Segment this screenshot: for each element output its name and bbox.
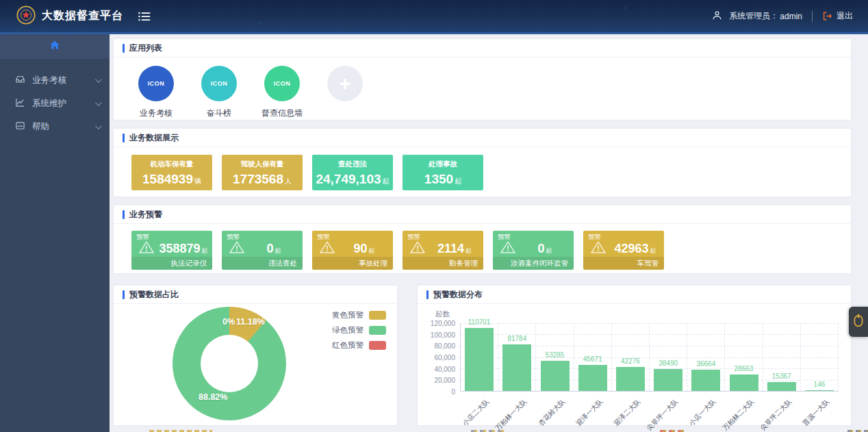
bar-value-label: 36664	[696, 360, 715, 368]
bar-slot: 42276迎泽二大队	[612, 323, 650, 391]
bar	[616, 367, 645, 391]
sidebar-item-3[interactable]: 帮助	[0, 115, 110, 138]
business-data-title-row: 业务数据展示	[114, 129, 851, 147]
app-tile-3[interactable]: ICON督查信息墙	[257, 66, 307, 119]
warning-card-middle: 42963起	[583, 240, 664, 257]
stat-card-value: 1584939辆	[131, 172, 212, 187]
x-category-label: 晋源一大队	[801, 397, 832, 428]
sidebar-item-1[interactable]: 业务考核	[0, 68, 110, 92]
y-axis-ticks: 120,000100,00080,00060,00040,00020,0000	[424, 323, 460, 392]
legend-item-2[interactable]: 绿色预警	[332, 325, 386, 335]
bar-slot: 15367尖草坪二大队	[763, 323, 801, 391]
donut-chart: 0% 11.18% 88.82%	[173, 307, 286, 420]
menu-collapse-icon[interactable]	[138, 12, 151, 21]
legend-swatch	[369, 326, 386, 335]
user-role-label: 系统管理员：	[729, 10, 778, 22]
warning-bar-panel: 预警数据分布 起数 120,000100,00080,00060,00040,0…	[418, 285, 851, 425]
x-category-label: 小店一大队	[687, 397, 718, 428]
warning-card-value: 2114起	[426, 242, 483, 256]
logout-button[interactable]: 退出	[822, 10, 853, 22]
title-accent-bar	[123, 290, 125, 299]
sidebar-item-label: 业务考核	[32, 75, 66, 86]
header-user-area: 系统管理员：admin 退出	[712, 10, 868, 23]
sidebar-home-button[interactable]	[0, 34, 110, 59]
app-label: 业务考核	[140, 107, 173, 119]
x-category-label: 尖草坪一大队	[645, 397, 680, 432]
warning-card-unit: 起	[465, 247, 472, 254]
cutoff-content-strip	[110, 429, 868, 432]
sidebar-item-2[interactable]: 系统维护	[0, 92, 110, 115]
x-category-label: 小店二大队	[461, 397, 492, 428]
y-tick-label: 20,000	[434, 377, 455, 384]
line-chart-icon	[15, 97, 25, 110]
warning-triangle-icon	[500, 240, 516, 257]
sidebar-item-label: 系统维护	[32, 98, 66, 110]
warning-card-unit: 起	[202, 247, 208, 254]
bar-slot: 36664小店一大队	[687, 323, 725, 391]
legend-item-1[interactable]: 黄色预警	[332, 310, 386, 320]
warning-card-unit: 起	[275, 247, 281, 254]
business-warning-title-row: 业务预警	[114, 205, 851, 224]
home-icon	[49, 40, 60, 53]
app-icon: ICON	[264, 66, 300, 101]
warning-pie-body: 0% 11.18% 88.82% 黄色预警绿色预警红色预警	[114, 304, 397, 425]
stat-card-unit: 人	[285, 177, 292, 185]
business-data-title: 业务数据展示	[129, 132, 179, 144]
app-tile-2[interactable]: ICON奋斗榜	[194, 66, 244, 119]
police-badge-logo	[16, 5, 36, 27]
stat-card-label: 处理事故	[403, 160, 483, 169]
title-accent-bar	[123, 134, 125, 142]
warning-card-unit: 起	[369, 247, 375, 254]
bar-slot: 45671迎泽一大队	[574, 323, 612, 391]
floating-widget-button[interactable]	[849, 307, 868, 337]
warning-card-3: 预警90起事故处理	[312, 231, 393, 270]
app-tile-1[interactable]: ICON业务考核	[131, 66, 181, 119]
app-list-title-row: 应用列表	[114, 39, 851, 58]
warning-card-middle: 0起	[493, 240, 574, 257]
chevron-down-icon	[95, 76, 102, 83]
x-category-label: 迎泽一大队	[574, 397, 604, 428]
bar-value-label: 81784	[507, 335, 526, 342]
x-category-label: 万柏林二大队	[720, 397, 756, 432]
donut-hole	[201, 335, 258, 392]
sidebar-menu: 业务考核系统维护帮助	[0, 59, 110, 138]
warning-card-5: 预警0起涉酒案件闭环监管	[493, 231, 574, 270]
title-accent-bar	[123, 210, 125, 219]
shield-icon	[853, 313, 864, 331]
y-tick-label: 100,000	[431, 331, 455, 338]
legend-label: 黄色预警	[332, 310, 363, 320]
bar	[465, 328, 494, 391]
warning-card-4: 预警2114起勤务管理	[403, 231, 483, 270]
stat-card-label: 驾驶人保有量	[222, 160, 303, 169]
sidebar: 业务考核系统维护帮助	[0, 34, 110, 432]
bar-value-label: 45671	[583, 355, 602, 363]
bar	[691, 370, 720, 391]
app-list-body: ICON业务考核ICON奋斗榜ICON督查信息墙+	[114, 58, 851, 119]
warning-card-middle: 0起	[222, 240, 303, 257]
warning-card-unit: 起	[650, 247, 656, 254]
user-icon	[712, 10, 722, 23]
warning-card-value: 0起	[245, 242, 303, 256]
stat-card-unit: 起	[383, 177, 390, 185]
x-category-label: 杏花岭大队	[536, 397, 567, 428]
add-app-button[interactable]: +	[320, 66, 370, 119]
bar-slot: 38490尖草坪一大队	[650, 323, 687, 391]
business-warning-body: 预警358879起执法记录仪预警0起违法查处预警90起事故处理预警2114起勤务…	[114, 224, 851, 270]
donut-label-green: 88.82%	[199, 392, 227, 402]
business-data-panel: 业务数据展示 机动车保有量1584939辆驾驶人保有量1773568人查处违法2…	[114, 129, 851, 196]
bar-plot: 110701小店二大队81784万柏林一大队53285杏花岭大队45671迎泽一…	[460, 323, 839, 392]
warning-card-category: 违法查处	[222, 257, 303, 270]
plus-icon: +	[327, 66, 363, 101]
bar	[730, 374, 758, 391]
bar-slot: 53285杏花岭大队	[536, 323, 574, 391]
x-category-label: 万柏林一大队	[494, 397, 529, 432]
warning-pie-title: 预警数据占比	[129, 289, 179, 301]
bar	[578, 365, 607, 391]
legend-label: 绿色预警	[332, 325, 363, 335]
chevron-down-icon	[95, 123, 102, 129]
bar	[541, 361, 570, 391]
warning-card-value: 358879起	[155, 242, 212, 256]
app-list-panel: 应用列表 ICON业务考核ICON奋斗榜ICON督查信息墙+	[114, 39, 851, 120]
title-accent-bar	[123, 44, 125, 53]
legend-item-3[interactable]: 红色预警	[332, 340, 386, 351]
